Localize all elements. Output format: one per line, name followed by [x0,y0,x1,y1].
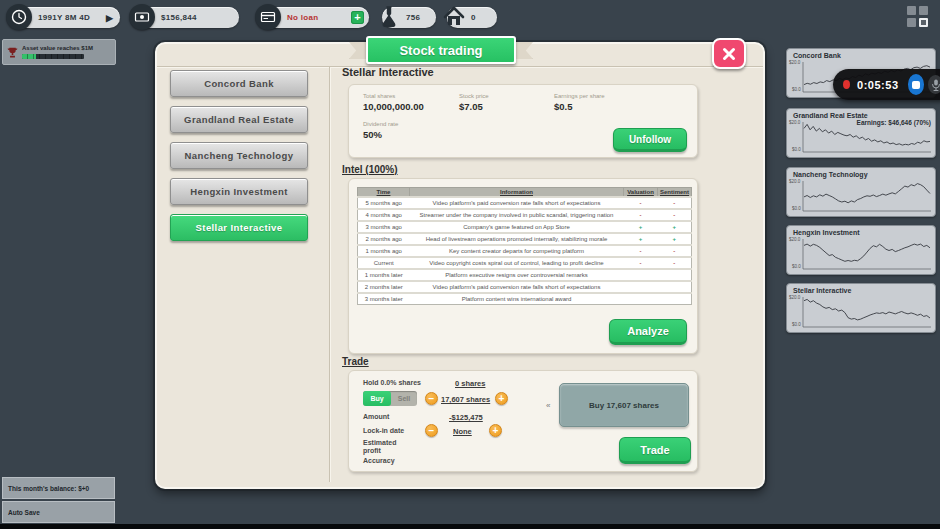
intel-row: 1 months laterPlatform executive resigns… [358,269,692,281]
amount-value: -$125,475 [449,413,483,422]
cash-pill[interactable]: $156,844 [131,7,239,28]
eps-value: $0.5 [554,101,573,112]
company-button-hengxin-investment[interactable]: Hengxin Investment [170,178,308,205]
loan-pill[interactable]: No loan + [257,7,369,28]
intel-cell-sentiment [658,281,692,293]
intel-cell-valuation: - [624,209,658,221]
intel-cell-valuation [624,293,658,305]
mini-stock-chart [789,295,934,332]
screen-bottom-strip [0,524,940,529]
trophy-icon [6,46,19,59]
achievement-label: Asset value reaches $1M [22,45,93,52]
intel-cell-valuation: - [624,257,658,269]
intel-cell-time: 2 months later [358,281,410,293]
eps-label: Earnings per share [554,93,605,99]
research-points: 756 [406,13,420,22]
intel-cell-time: 3 months later [358,293,410,305]
close-button[interactable] [712,38,746,69]
decrease-lockin-button[interactable]: − [425,424,438,437]
unfollow-button[interactable]: Unfollow [613,128,687,152]
intel-cell-time: 2 months ago [358,233,410,245]
intel-cell-valuation: + [624,221,658,233]
menu-grid-icon[interactable] [907,6,929,28]
intel-cell-time: 5 months ago [358,197,410,209]
grid-square-active [919,18,928,27]
accuracy-label: Accuracy [363,457,395,465]
hold-label: Hold 0.0% shares [363,379,421,387]
date-pill[interactable]: 1991Y 8M 4D ▶ [8,7,120,28]
stock-card-title: Stellar Interactive [793,287,851,294]
achievement-toast: Asset value reaches $1M [2,39,116,65]
recording-time: 0:05:53 [857,79,898,91]
stop-icon [912,81,920,89]
microphone-icon [931,79,940,91]
company-button-concord-bank[interactable]: Concord Bank [170,70,308,97]
company-list: Concord BankGrandland Real EstateNanchen… [170,70,308,250]
stock-chart-card-hengxin-investment: Hengxin Investment$20.0$0.0 [786,225,936,275]
increase-shares-button[interactable]: + [495,392,508,405]
intel-table: Time Information Valuation Sentiment 5 m… [357,187,692,305]
achievement-progress [22,54,84,59]
trade-button[interactable]: Trade [619,437,691,464]
intel-cell-sentiment: - [658,257,692,269]
home-count: 0 [471,13,476,22]
buy-sell-toggle: Buy Sell [363,391,417,406]
mini-stock-chart [789,179,934,216]
intel-card: Time Information Valuation Sentiment 5 m… [348,178,698,354]
intel-header-row: Time Information Valuation Sentiment [358,188,692,198]
analyze-button[interactable]: Analyze [609,319,687,345]
trade-card: Hold 0.0% shares 0 shares Buy Sell − 17,… [348,370,698,472]
intel-cell-sentiment [658,269,692,281]
intel-cell-sentiment: - [658,209,692,221]
company-heading: Stellar Interactive [342,66,434,78]
intel-row: 2 months laterVideo platform's paid conv… [358,281,692,293]
dividend-value: 50% [363,129,382,140]
flask-icon [376,4,402,30]
microphone-button[interactable] [928,75,940,94]
stop-recording-button[interactable] [908,74,925,95]
amount-label: Amount [363,413,389,421]
col-valuation[interactable]: Valuation [624,188,658,198]
play-icon[interactable]: ▶ [106,13,113,23]
intel-cell-info: Head of livestream operations promoted i… [410,233,624,245]
increase-lockin-button[interactable]: + [489,424,502,437]
grid-square [907,6,916,15]
research-pill[interactable]: 756 [382,7,436,28]
intel-cell-sentiment: - [658,245,692,257]
intel-row: 3 months laterPlatform content wins inte… [358,293,692,305]
buy-tab[interactable]: Buy [363,391,391,406]
home-pill[interactable]: 0 [447,7,497,28]
intel-cell-time: 3 months ago [358,221,410,233]
recording-dot-icon [843,80,850,89]
col-time[interactable]: Time [358,188,410,198]
house-icon [441,4,467,30]
intel-row: 3 months agoCompany's game featured on A… [358,221,692,233]
sell-tab[interactable]: Sell [391,391,417,406]
add-loan-button[interactable]: + [351,11,364,24]
collapse-arrow-icon[interactable]: « [546,401,550,410]
intel-cell-info: Video copyright costs spiral out of cont… [410,257,624,269]
decrease-shares-button[interactable]: − [425,392,438,405]
order-summary-button[interactable]: Buy 17,607 shares [559,383,689,427]
intel-cell-info: Platform executive resigns over controve… [410,269,624,281]
intel-row: 4 months agoStreamer under the company i… [358,209,692,221]
lockin-value[interactable]: None [453,427,472,436]
hold-shares-link[interactable]: 0 shares [455,379,485,388]
stock-chart-card-stellar-interactive: Stellar Interactive$20.0$0.0 [786,283,936,333]
stock-card-title: Nancheng Technology [793,171,868,178]
intel-cell-valuation [624,269,658,281]
company-button-nancheng-technology[interactable]: Nancheng Technology [170,142,308,169]
window-title: Stock trading [366,36,516,64]
shares-value[interactable]: 17,607 shares [441,395,490,404]
intel-cell-info: Platform content wins international awar… [410,293,624,305]
intel-row: 1 months agoKey content creator departs … [358,245,692,257]
col-information[interactable]: Information [410,188,624,198]
company-button-grandland-real-estate[interactable]: Grandland Real Estate [170,106,308,133]
total-shares-value: 10,000,000.00 [363,101,424,112]
company-button-stellar-interactive[interactable]: Stellar Interactive [170,214,308,241]
col-sentiment[interactable]: Sentiment [658,188,692,198]
intel-cell-valuation: - [624,245,658,257]
intel-cell-valuation: - [624,197,658,209]
stock-card-title: Grandland Real Estate [793,112,868,119]
intel-cell-valuation: + [624,233,658,245]
